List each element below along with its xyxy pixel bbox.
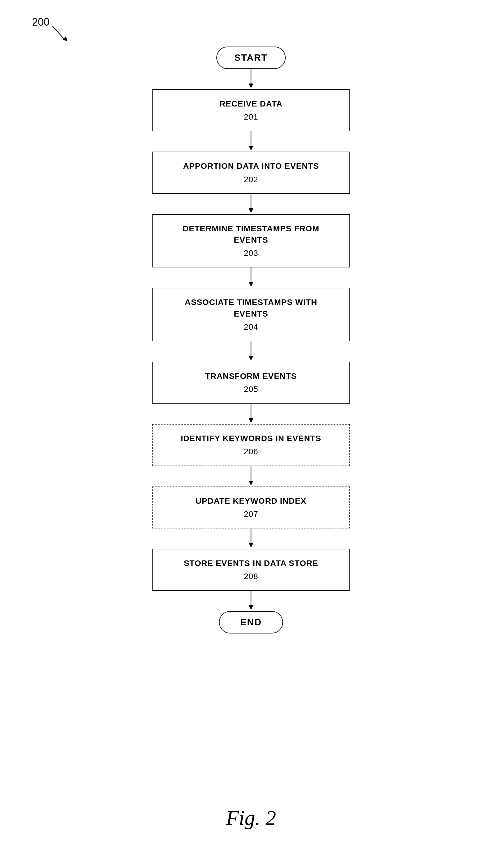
svg-marker-11 bbox=[249, 356, 253, 361]
step-208: STORE EVENTS IN DATA STORE 208 bbox=[152, 549, 350, 591]
svg-marker-1 bbox=[63, 37, 67, 41]
arrow-203-to-204 bbox=[248, 267, 254, 288]
step-207: UPDATE KEYWORD INDEX 207 bbox=[152, 486, 350, 528]
arrow-start-to-201 bbox=[248, 69, 254, 89]
arrow-207-to-208 bbox=[248, 528, 254, 549]
arrow-202-to-203 bbox=[248, 194, 254, 214]
svg-marker-15 bbox=[249, 481, 253, 485]
svg-marker-5 bbox=[249, 146, 253, 151]
end-shape: END bbox=[219, 611, 283, 633]
arrow-206-to-207 bbox=[248, 466, 254, 486]
step-201: RECEIVE DATA 201 bbox=[152, 89, 350, 131]
arrow-208-to-end bbox=[248, 591, 254, 611]
arrow-205-to-206 bbox=[248, 404, 254, 424]
diagram-container: 200 START RECEIVE DATA 201 bbox=[0, 0, 502, 868]
arrow-201-to-202 bbox=[248, 131, 254, 152]
svg-marker-7 bbox=[249, 208, 253, 213]
step-202: APPORTION DATA INTO EVENTS 202 bbox=[152, 152, 350, 194]
step-205: TRANSFORM EVENTS 205 bbox=[152, 362, 350, 404]
svg-marker-3 bbox=[249, 83, 253, 88]
figure-number-label: 200 bbox=[32, 16, 50, 28]
step-206: IDENTIFY KEYWORDS IN EVENTS 206 bbox=[152, 424, 350, 466]
figure-caption: Fig. 2 bbox=[226, 806, 276, 830]
arrow-204-to-205 bbox=[248, 341, 254, 362]
start-shape: START bbox=[216, 46, 286, 69]
step-203: DETERMINE TIMESTAMPS FROMEVENTS 203 bbox=[152, 214, 350, 268]
svg-marker-19 bbox=[249, 605, 253, 610]
svg-marker-13 bbox=[249, 418, 253, 423]
svg-marker-9 bbox=[249, 282, 253, 287]
flowchart: START RECEIVE DATA 201 APPORTION DATA IN… bbox=[152, 46, 350, 633]
svg-line-0 bbox=[52, 26, 65, 40]
svg-marker-17 bbox=[249, 543, 253, 548]
step-204: ASSOCIATE TIMESTAMPS WITHEVENTS 204 bbox=[152, 288, 350, 341]
figure-number-arrow bbox=[51, 25, 68, 42]
